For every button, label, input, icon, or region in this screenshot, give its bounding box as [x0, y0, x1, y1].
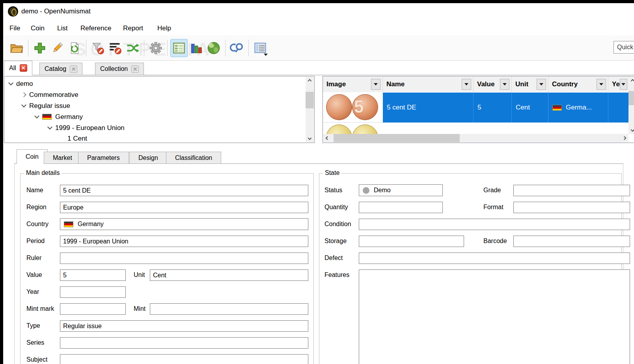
tree-item-commemorative[interactable]: Commemorative [22, 89, 78, 100]
scroll-up-icon[interactable] [306, 77, 314, 84]
column-header-image[interactable]: Image [323, 76, 383, 92]
cell-value[interactable]: 5 [474, 93, 512, 123]
grade-field[interactable] [513, 185, 630, 196]
scroll-up-icon[interactable] [628, 77, 634, 84]
cell-unit[interactable]: Cent [512, 93, 548, 123]
chevron-down-icon[interactable] [8, 80, 13, 85]
name-field[interactable] [60, 185, 308, 196]
chevron-right-icon[interactable] [21, 92, 26, 97]
tab-catalog-close-icon[interactable]: ✕ [70, 65, 77, 73]
table-horizontal-scrollbar[interactable] [323, 134, 628, 142]
tab-classification[interactable]: Classification [166, 152, 221, 164]
mintmark-field[interactable] [60, 303, 126, 315]
menu-file[interactable]: File [7, 23, 22, 33]
filter-dropdown-icon[interactable] [620, 79, 627, 90]
condition-field[interactable] [359, 219, 630, 230]
column-header-name[interactable]: Name [383, 76, 474, 92]
quantity-field[interactable] [359, 202, 443, 213]
chevron-down-icon[interactable] [34, 113, 39, 119]
barcode-field[interactable] [513, 236, 630, 247]
clear-sortings-button[interactable] [106, 39, 124, 57]
scroll-right-icon[interactable] [622, 134, 628, 142]
country-field[interactable]: Germany [60, 218, 308, 230]
year-field[interactable] [60, 286, 126, 298]
menu-list[interactable]: List [55, 23, 70, 33]
tab-collection-close-icon[interactable]: ✕ [131, 65, 139, 73]
swap-view-button[interactable] [124, 39, 141, 57]
filter-dropdown-icon[interactable] [537, 79, 546, 90]
column-header-country[interactable]: Country [548, 76, 608, 92]
filter-dropdown-icon[interactable] [500, 79, 509, 90]
format-field[interactable] [513, 202, 630, 213]
tab-collection[interactable]: Collection ✕ [95, 63, 144, 75]
defect-field[interactable] [359, 253, 630, 264]
column-header-value[interactable]: Value [474, 76, 512, 92]
tab-market[interactable]: Market [44, 152, 81, 164]
status-field[interactable]: Demo [359, 184, 443, 196]
edit-coin-button[interactable] [48, 39, 66, 57]
type-field[interactable] [60, 320, 308, 332]
column-header-unit[interactable]: Unit [512, 76, 548, 92]
map-view-button[interactable] [205, 39, 222, 57]
cell-year[interactable] [608, 93, 630, 123]
storage-field[interactable] [359, 236, 464, 247]
subject-field[interactable] [60, 354, 308, 364]
tab-parameters[interactable]: Parameters [78, 152, 129, 164]
menu-help[interactable]: Help [155, 23, 173, 33]
tree-item-regular-issue[interactable]: Regular issue [22, 100, 70, 111]
quick-search-input[interactable] [613, 41, 634, 54]
tree-item-1999-european-union[interactable]: 1999 - European Union [48, 123, 125, 133]
filter-dropdown-icon[interactable] [597, 79, 606, 90]
tree-item-1-cent[interactable]: 1 Cent [67, 133, 87, 144]
info-panel-view-button[interactable] [170, 39, 188, 57]
list-options-button[interactable] [252, 39, 269, 57]
tab-coin[interactable]: Coin [17, 149, 48, 164]
tab-catalog[interactable]: Catalog ✕ [39, 63, 82, 75]
chevron-down-icon[interactable] [47, 124, 52, 130]
unit-field[interactable] [150, 269, 308, 281]
statistics-button[interactable] [188, 39, 205, 57]
ruler-field[interactable] [60, 253, 308, 264]
app-window: demo - OpenNumismat File Coin List Refer… [3, 3, 634, 364]
open-collection-button[interactable] [8, 39, 25, 57]
filter-dropdown-icon[interactable] [371, 79, 380, 90]
menu-report[interactable]: Report [121, 23, 145, 33]
tree-vertical-scrollbar[interactable] [306, 77, 314, 142]
column-header-year[interactable]: Ye [608, 76, 630, 92]
table-vertical-scrollbar[interactable] [628, 77, 634, 134]
duplicate-coin-button[interactable] [66, 39, 83, 57]
features-field[interactable] [359, 269, 630, 364]
scrollbar-thumb[interactable] [334, 134, 460, 142]
scroll-down-icon[interactable] [628, 127, 634, 134]
tab-all[interactable]: All ✕ [4, 61, 32, 75]
scrollbar-thumb[interactable] [306, 92, 314, 108]
clear-filters-button[interactable] [89, 39, 106, 57]
scroll-left-icon[interactable] [323, 134, 330, 142]
coin-image-cell[interactable]: 5 [323, 93, 383, 123]
mint-field[interactable] [150, 303, 308, 315]
cell-name[interactable]: 5 cent DE [383, 93, 474, 123]
tree-item-demo[interactable]: demo [9, 78, 33, 89]
tree-item-label: 1999 - European Union [55, 124, 125, 132]
series-field[interactable] [60, 337, 308, 349]
chevron-down-icon[interactable] [21, 102, 26, 108]
menu-coin[interactable]: Coin [28, 23, 47, 33]
find-duplicates-button[interactable] [228, 39, 246, 57]
tree-item-germany[interactable]: Germany [35, 111, 83, 122]
title-bar: demo - OpenNumismat [3, 3, 634, 20]
region-field[interactable] [60, 202, 308, 213]
coin-image-cell[interactable] [323, 123, 383, 134]
filter-dropdown-icon[interactable] [462, 79, 471, 90]
period-field[interactable] [60, 236, 308, 247]
bar-chart-icon [190, 41, 203, 55]
scrollbar-thumb[interactable] [628, 91, 634, 105]
value-field[interactable] [60, 269, 126, 281]
settings-button[interactable] [147, 39, 164, 57]
scroll-down-icon[interactable] [306, 136, 314, 142]
dropdown-arrow-icon[interactable] [264, 54, 268, 56]
add-coin-button[interactable] [31, 39, 48, 57]
tab-all-close-icon[interactable]: ✕ [20, 64, 27, 72]
menu-reference[interactable]: Reference [78, 23, 114, 33]
tab-design[interactable]: Design [129, 152, 167, 164]
cell-country[interactable]: Germa... [548, 93, 608, 123]
